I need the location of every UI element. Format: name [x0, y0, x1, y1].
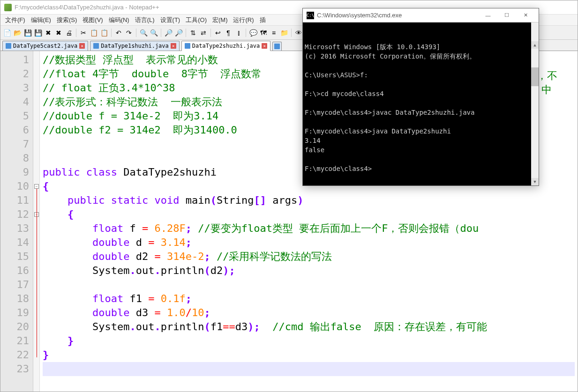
print-icon[interactable]: 🖨 — [64, 28, 74, 37]
indent-guide-icon[interactable]: ⫿ — [234, 28, 243, 37]
toolbar-separator — [210, 29, 211, 37]
line-number: 8 — [0, 151, 29, 165]
copy-icon[interactable]: 📋 — [89, 28, 98, 37]
doc-map-icon[interactable]: 🗺 — [259, 28, 268, 37]
file-icon — [274, 44, 280, 49]
line-number: 6 — [0, 123, 29, 137]
open-file-icon[interactable]: 📂 — [13, 28, 22, 37]
editor-tab[interactable]: DataType1shuzhi.java — [90, 41, 180, 51]
menu-item[interactable]: 工具(O) — [183, 15, 210, 25]
sync-h-icon[interactable]: ⇄ — [199, 28, 208, 37]
folder-icon[interactable]: 📁 — [279, 28, 289, 37]
close-button[interactable]: ✕ — [516, 9, 535, 22]
zoom-out-icon[interactable]: 🔎 — [174, 28, 183, 37]
overflow-text-line2: ，不 — [537, 69, 557, 83]
editor-tab-overflow[interactable] — [272, 42, 282, 51]
cmd-titlebar[interactable]: C:\ C:\Windows\system32\cmd.exe — ☐ ✕ — [303, 8, 539, 22]
minimize-button[interactable]: — — [479, 9, 497, 22]
fold-guide-line — [37, 189, 37, 357]
tab-close-icon[interactable] — [171, 43, 176, 49]
scroll-thumb[interactable] — [531, 67, 539, 86]
close-all-icon[interactable]: ✖ — [54, 28, 63, 37]
menu-item[interactable]: 搜索(S) — [54, 15, 80, 25]
all-chars-icon[interactable]: ¶ — [224, 28, 233, 37]
wordwrap-icon[interactable]: ↩ — [213, 28, 223, 37]
cmd-text: Microsoft Windows [版本 10.0.14393] (c) 20… — [305, 42, 537, 173]
line-number: 16 — [0, 264, 29, 278]
lang-icon[interactable]: 💬 — [248, 28, 258, 37]
undo-icon[interactable]: ↶ — [114, 28, 123, 37]
line-number: 10 — [0, 179, 29, 193]
toolbar-separator — [186, 29, 186, 37]
cmd-window[interactable]: C:\ C:\Windows\system32\cmd.exe — ☐ ✕ Mi… — [302, 8, 539, 186]
code-line[interactable]: double d2 = 314e-2; //采用科学记数法的写法 — [43, 250, 575, 264]
paste-icon[interactable]: 📋 — [99, 28, 109, 37]
fold-column[interactable]: −− — [33, 51, 40, 392]
redo-icon[interactable]: ↷ — [124, 28, 134, 37]
toolbar-separator — [76, 29, 76, 37]
menu-item[interactable]: 文件(F) — [2, 15, 28, 25]
line-number: 3 — [0, 81, 29, 95]
line-number: 15 — [0, 250, 29, 264]
overflow-text-line3: 中 — [541, 83, 552, 97]
toolbar-separator — [161, 29, 161, 37]
save-all-icon[interactable]: 💾 — [33, 28, 43, 37]
line-number: 2 — [0, 67, 29, 81]
menu-item[interactable]: 编辑(E) — [28, 15, 54, 25]
cmd-output[interactable]: Microsoft Windows [版本 10.0.14393] (c) 20… — [303, 22, 539, 185]
toolbar-separator — [291, 29, 292, 37]
func-list-icon[interactable]: ≡ — [269, 28, 278, 37]
sync-v-icon[interactable]: ⇅ — [188, 28, 198, 37]
menu-item[interactable]: 宏(M) — [210, 15, 231, 25]
window-title: F:\mycode\class4\DataType2shuzhi.java - … — [15, 4, 159, 11]
menu-item[interactable]: 语言(L) — [132, 15, 158, 25]
line-number: 11 — [0, 193, 29, 207]
code-line[interactable]: System.out.println(f1==d3); //cmd 输出fals… — [43, 320, 575, 334]
menu-item[interactable]: 设置(T) — [158, 15, 183, 25]
code-line[interactable]: float f = 6.28F; //要变为float类型 要在后面加上一个F，… — [43, 222, 575, 236]
tab-close-icon[interactable] — [79, 43, 85, 49]
code-line[interactable]: } — [43, 348, 575, 362]
editor-tab[interactable]: DataType5cast2.java — [2, 41, 88, 51]
line-number: 9 — [0, 165, 29, 179]
editor-tab[interactable]: DataType2shuzhi.java — [181, 41, 271, 51]
file-icon — [93, 43, 99, 49]
maximize-button[interactable]: ☐ — [497, 9, 516, 22]
menu-item[interactable]: 插 — [257, 15, 269, 25]
line-number: 4 — [0, 95, 29, 109]
cmd-scrollbar[interactable]: ▲ ▼ — [531, 22, 539, 185]
fold-toggle-icon[interactable]: − — [34, 184, 39, 189]
save-icon[interactable]: 💾 — [23, 28, 32, 37]
close-icon[interactable]: ✖ — [44, 28, 53, 37]
code-line[interactable]: { — [43, 207, 575, 222]
menu-item[interactable]: 运行(R) — [230, 15, 256, 25]
line-number: 23 — [0, 362, 29, 376]
zoom-in-icon[interactable]: 🔎 — [164, 28, 173, 37]
toolbar-separator — [136, 29, 136, 37]
line-number: 20 — [0, 320, 29, 334]
find-icon[interactable]: 🔍 — [139, 28, 148, 37]
scroll-up-icon[interactable]: ▲ — [531, 41, 539, 49]
monitor-icon[interactable]: 👁 — [294, 28, 303, 37]
cut-icon[interactable]: ✂ — [79, 28, 88, 37]
line-number: 22 — [0, 348, 29, 362]
line-number: 18 — [0, 292, 29, 306]
code-line[interactable] — [43, 362, 575, 376]
code-line[interactable]: public static void main(String[] args) — [43, 193, 575, 207]
line-number: 21 — [0, 334, 29, 348]
code-line[interactable]: float f1 = 0.1f; — [43, 292, 575, 306]
code-line[interactable]: System.out.println(d2); — [43, 264, 575, 278]
tab-close-icon[interactable] — [262, 43, 267, 49]
code-line[interactable]: double d3 = 1.0/10; — [43, 306, 575, 320]
code-line[interactable] — [43, 278, 575, 292]
line-number: 12 — [0, 207, 29, 222]
new-file-icon[interactable]: 📄 — [2, 28, 12, 37]
code-line[interactable]: } — [43, 334, 575, 348]
menu-item[interactable]: 视图(V) — [80, 15, 105, 25]
replace-icon[interactable]: 🔍 — [149, 28, 158, 37]
scroll-down-icon[interactable]: ▼ — [531, 178, 539, 185]
menu-item[interactable]: 编码(N) — [106, 15, 132, 25]
tab-label: DataType5cast2.java — [13, 43, 77, 49]
code-line[interactable]: double d = 3.14; — [43, 236, 575, 250]
notepadpp-icon — [4, 4, 12, 11]
